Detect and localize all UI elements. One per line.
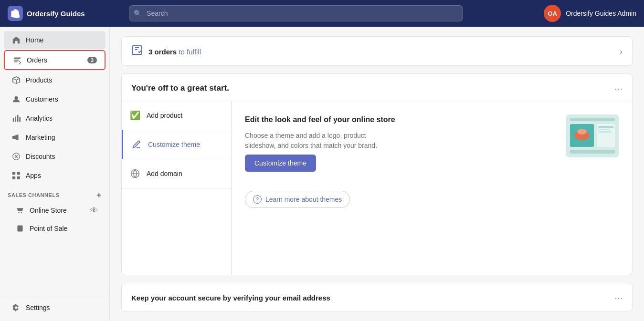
svg-rect-18 [19,228,21,228]
app-name: Ordersify Guides [27,10,85,18]
detail-body: Choose a theme and add a logo, product s… [245,131,398,151]
steps-panel: ✅ Add product Customize theme Add doma [122,101,232,275]
step-inactive-icon [129,168,141,179]
sidebar-item-apps[interactable]: Apps [4,166,106,185]
svg-rect-17 [19,227,21,227]
more-options-button[interactable]: ··· [614,83,623,93]
orders-fulfill-icon [131,44,143,59]
sidebar-label-settings: Settings [26,304,50,311]
svg-rect-8 [12,136,14,138]
orders-arrow-icon: › [620,47,623,57]
sidebar: Home Orders 3 Products Customers A [0,27,110,321]
sidebar-label-home: Home [26,36,43,44]
search-input[interactable] [129,5,463,21]
orders-banner-card[interactable]: 3 orders to fulfill › [121,36,633,66]
customize-theme-button[interactable]: Customize theme [245,155,316,172]
sidebar-item-products[interactable]: Products [4,71,106,89]
learn-more-section: ? Learn more about themes [245,179,619,208]
svg-rect-7 [19,117,21,122]
keep-account-more-button[interactable]: ··· [614,293,623,302]
great-start-body: ✅ Add product Customize theme Add doma [122,101,632,275]
detail-heading: Edit the look and feel of your online st… [245,114,559,125]
step-label-add-product: Add product [147,112,183,119]
svg-rect-0 [14,58,21,59]
great-start-title: You're off to a great start. [131,83,229,93]
sidebar-item-discounts[interactable]: Discounts [4,147,106,166]
svg-rect-13 [17,176,20,179]
step-active-icon [131,139,142,150]
customers-icon [11,94,21,104]
step-customize-theme[interactable]: Customize theme [122,130,231,159]
admin-name: Ordersify Guides Admin [566,10,636,17]
analytics-icon [11,114,21,123]
online-store-eye-icon[interactable]: 👁 [90,206,98,215]
sidebar-item-home[interactable]: Home [4,31,106,49]
sidebar-item-marketing[interactable]: Marketing [4,128,106,146]
svg-rect-25 [598,126,613,128]
sidebar-label-orders: Orders [27,56,47,64]
svg-rect-27 [598,131,612,133]
sidebar-item-settings[interactable]: Settings [4,299,106,317]
app-logo[interactable]: Ordersify Guides [8,6,85,21]
sidebar-item-point-of-sale[interactable]: Point of Sale [4,220,106,237]
svg-rect-4 [13,118,14,122]
discounts-icon [11,152,21,161]
svg-point-14 [18,212,19,213]
online-store-icon [15,206,25,215]
sales-channels-section: SALES CHANNELS + [0,185,109,201]
help-circle-icon: ? [253,195,262,204]
sidebar-item-online-store[interactable]: Online Store 👁 [4,202,106,219]
step-add-product[interactable]: ✅ Add product [122,101,231,130]
sidebar-label-discounts: Discounts [26,153,55,160]
svg-point-15 [21,212,22,213]
sidebar-label-apps: Apps [26,172,41,179]
svg-rect-1 [14,60,19,61]
marketing-icon [11,133,21,142]
svg-rect-11 [17,172,20,175]
svg-rect-30 [570,150,615,154]
keep-account-heading: Keep your account secure by verifying yo… [131,294,330,302]
step-add-domain[interactable]: Add domain [122,159,231,188]
home-icon [11,35,21,45]
nav-right: OA Ordersify Guides Admin [544,5,636,22]
svg-rect-10 [12,172,15,175]
add-sales-channel-button[interactable]: + [96,191,102,199]
step-complete-icon: ✅ [129,110,141,121]
detail-top: Edit the look and feel of your online st… [245,114,619,172]
sidebar-label-pos: Point of Sale [30,225,67,232]
settings-icon [11,303,21,312]
svg-rect-16 [17,226,22,232]
sidebar-label-products: Products [26,76,52,84]
search-icon: 🔍 [134,10,142,17]
search-bar: 🔍 [129,5,463,21]
sidebar-label-customers: Customers [26,95,58,103]
sidebar-label-marketing: Marketing [26,134,55,141]
great-start-card: You're off to a great start. ··· ✅ Add p… [121,73,633,275]
shopify-icon [8,6,23,21]
avatar[interactable]: OA [544,5,561,22]
orders-badge: 3 [87,57,97,63]
orders-icon [12,55,22,65]
step-label-add-domain: Add domain [147,170,182,177]
top-navigation: Ordersify Guides 🔍 OA Ordersify Guides A… [0,0,644,27]
theme-illustration [566,114,619,159]
svg-point-3 [14,96,18,100]
pos-icon [15,224,25,233]
learn-more-button[interactable]: ? Learn more about themes [245,191,350,208]
sidebar-item-analytics[interactable]: Analytics [4,109,106,127]
svg-rect-5 [15,116,16,122]
step-label-customize-theme: Customize theme [148,141,200,148]
svg-rect-6 [17,115,19,122]
keep-account-card: Keep your account secure by verifying yo… [121,283,633,311]
svg-point-29 [577,129,587,135]
sidebar-item-orders[interactable]: Orders 3 [4,50,106,70]
main-content: 3 orders to fulfill › You're off to a gr… [110,27,644,321]
sidebar-bottom: Settings [0,294,109,317]
apps-icon [11,171,21,180]
svg-rect-22 [570,118,615,121]
detail-panel: Edit the look and feel of your online st… [232,101,632,275]
sidebar-item-customers[interactable]: Customers [4,90,106,108]
main-layout: Home Orders 3 Products Customers A [0,27,644,321]
svg-rect-12 [12,176,15,179]
svg-rect-2 [14,62,18,62]
